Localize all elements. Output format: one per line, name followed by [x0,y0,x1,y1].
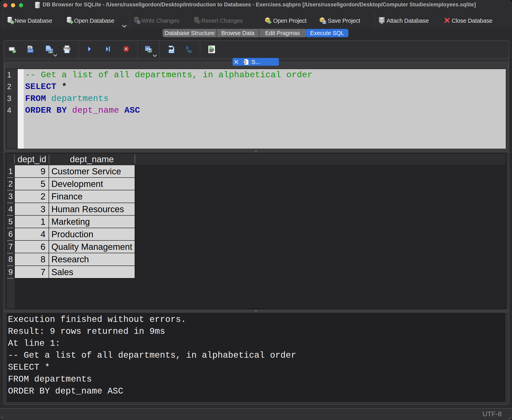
svg-text:h: h [186,45,189,50]
